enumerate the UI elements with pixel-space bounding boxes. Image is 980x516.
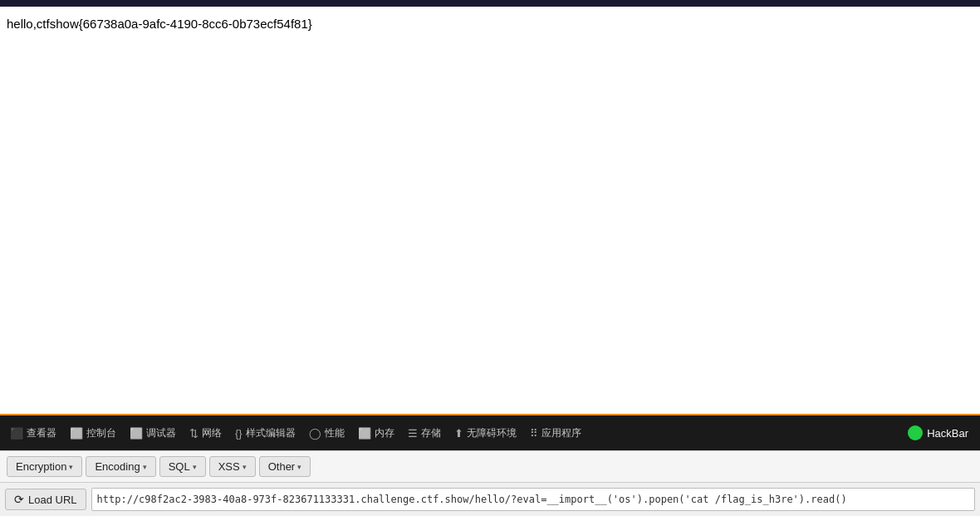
page-response-text: hello,ctfshow{66738a0a-9afc-4190-8cc6-0b… — [7, 17, 973, 31]
storage-icon: ☰ — [408, 427, 418, 440]
accessibility-icon: ⬆ — [454, 427, 463, 440]
load-url-button[interactable]: ⟳ Load URL — [5, 489, 86, 510]
load-url-icon: ⟳ — [14, 493, 24, 506]
other-label: Other — [268, 460, 296, 473]
xss-dropdown[interactable]: XSS ▾ — [209, 456, 256, 477]
memory-icon: ⬜ — [358, 427, 371, 440]
sql-label: SQL — [169, 460, 190, 473]
style-editor-icon: {} — [235, 427, 243, 440]
other-dropdown[interactable]: Other ▾ — [259, 456, 311, 477]
inspector-icon: ⬛ — [10, 427, 23, 440]
network-icon: ⇅ — [189, 427, 198, 440]
devtools-inspector-label: 查看器 — [27, 426, 56, 440]
devtools-memory[interactable]: ⬜ 内存 — [351, 423, 401, 444]
devtools-style-editor[interactable]: {} 样式编辑器 — [228, 423, 302, 444]
hackbar-tab-label: HackBar — [927, 427, 968, 440]
url-input[interactable] — [91, 488, 975, 511]
encoding-dropdown-arrow: ▾ — [143, 463, 147, 471]
hackbar-toolbar-row: Encryption ▾ Encoding ▾ SQL ▾ XSS ▾ Othe… — [0, 451, 980, 483]
performance-icon: ◯ — [309, 427, 321, 440]
devtools-inspector[interactable]: ⬛ 查看器 — [3, 423, 63, 444]
devtools-performance-label: 性能 — [325, 426, 345, 440]
xss-dropdown-arrow: ▾ — [243, 463, 247, 471]
devtools-toolbar: ⬛ 查看器 ⬜ 控制台 ⬜ 调试器 ⇅ 网络 {} 样式编辑器 ◯ 性能 ⬜ 内… — [0, 414, 980, 450]
sql-dropdown-arrow: ▾ — [193, 463, 197, 471]
debugger-icon: ⬜ — [130, 427, 143, 440]
console-icon: ⬜ — [70, 427, 83, 440]
devtools-debugger-label: 调试器 — [146, 426, 176, 440]
devtools-console-label: 控制台 — [86, 426, 116, 440]
xss-label: XSS — [218, 460, 240, 473]
devtools-console[interactable]: ⬜ 控制台 — [63, 423, 123, 444]
encoding-dropdown[interactable]: Encoding ▾ — [86, 456, 155, 477]
devtools-storage-label: 存储 — [421, 426, 441, 440]
hackbar-dot-icon — [908, 425, 923, 440]
devtools-storage[interactable]: ☰ 存储 — [401, 423, 448, 444]
hackbar-panel: Encryption ▾ Encoding ▾ SQL ▾ XSS ▾ Othe… — [0, 450, 980, 516]
encryption-dropdown-arrow: ▾ — [69, 463, 73, 471]
devtools-app[interactable]: ⠿ 应用程序 — [523, 423, 588, 444]
other-dropdown-arrow: ▾ — [297, 463, 301, 471]
devtools-debugger[interactable]: ⬜ 调试器 — [123, 423, 183, 444]
devtools-accessibility-label: 无障碍环境 — [467, 426, 517, 440]
sql-dropdown[interactable]: SQL ▾ — [159, 456, 206, 477]
encryption-dropdown[interactable]: Encryption ▾ — [7, 456, 82, 477]
devtools-network-label: 网络 — [202, 426, 222, 440]
encoding-label: Encoding — [95, 460, 140, 473]
hackbar-url-row: ⟳ Load URL — [0, 483, 980, 516]
devtools-network[interactable]: ⇅ 网络 — [183, 423, 228, 444]
devtools-memory-label: 内存 — [375, 426, 394, 440]
devtools-accessibility[interactable]: ⬆ 无障碍环境 — [448, 423, 523, 444]
devtools-style-editor-label: 样式编辑器 — [246, 426, 296, 440]
encryption-label: Encryption — [16, 460, 66, 473]
devtools-performance[interactable]: ◯ 性能 — [302, 423, 351, 444]
devtools-app-label: 应用程序 — [541, 426, 581, 440]
load-url-label: Load URL — [28, 494, 77, 506]
app-icon: ⠿ — [530, 427, 538, 440]
hackbar-tab[interactable]: HackBar — [899, 422, 977, 444]
browser-top-bar — [0, 0, 980, 7]
main-content: hello,ctfshow{66738a0a-9afc-4190-8cc6-0b… — [0, 7, 980, 414]
